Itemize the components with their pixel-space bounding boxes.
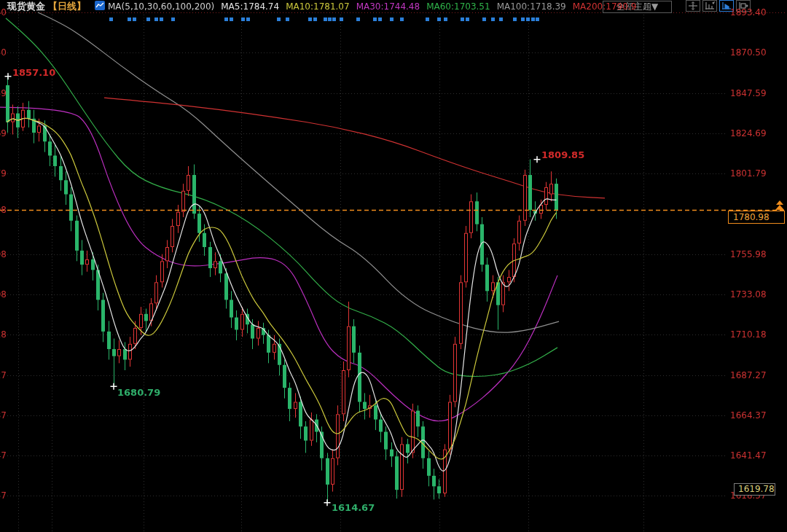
axis-price-label: 1733.08 [730,289,767,300]
axis-price-label-clipped: 1780.98 [0,205,7,215]
kline-icon [95,1,105,12]
axis-price-label-clipped: 1664.37 [0,410,7,420]
axis-price-label: 1824.69 [730,128,767,138]
axis-price-label-clipped: 1870.50 [0,47,7,58]
left-axis-clipped: 1893.401870.501847.591824.691801.791755.… [0,0,7,532]
ma-value-label: MA5:1784.74 [221,1,279,12]
axis-price-label: 1847.59 [730,88,767,98]
axis-price-label: 1710.18 [730,329,767,340]
current-price-box: 1780.98 [728,211,785,224]
price-annotation: 1809.85 [541,149,584,160]
axis-price-label-clipped: 1618.57 [0,490,7,501]
axis-price-label-clipped: 1755.98 [0,249,7,259]
chart-header: 现货黄金 【日线】 MA(5,10,30,60,100,200) MA5:178… [0,0,787,13]
ma-value-label: MA60:1703.51 [426,1,490,12]
ma-value-label: MA10:1781.07 [286,1,350,12]
axis-price-label-clipped: 1710.18 [0,329,7,340]
price-annotation: 1680.79 [117,387,160,398]
ma-value-label: MA30:1744.48 [356,1,420,12]
symbol-name: 现货黄金 [7,0,45,13]
axis-price-label-clipped: 1801.79 [0,168,7,179]
trading-chart-window: 现货黄金 【日线】 MA(5,10,30,60,100,200) MA5:178… [0,0,787,532]
axis-price-label: 1641.47 [730,450,767,461]
axis-price-label-clipped: 1641.47 [0,450,7,461]
axis-price-label-clipped: 1687.27 [0,370,7,380]
axis-price-label: 1870.50 [730,47,767,58]
low-marker-box: 1619.78 [734,483,775,496]
ma-caption: MA(5,10,30,60,100,200) [108,1,214,12]
axis-price-label-clipped: 1847.59 [0,88,7,98]
axis-price-label: 1801.79 [730,168,767,179]
price-annotation: 1857.10 [12,67,55,78]
candlestick-chart-canvas[interactable] [0,0,787,532]
ma-values-group: MA5:1784.74MA10:1781.07MA30:1744.48MA60:… [214,1,636,12]
instrument-title: 现货黄金 【日线】 [7,0,86,13]
ma-value-label: MA200:1790.9 [573,1,637,12]
axis-price-label: 1664.37 [730,410,767,420]
axis-price-label-clipped: 1733.08 [0,289,7,300]
ma-value-label: MA100:1718.39 [497,1,566,12]
axis-price-label: 1755.98 [730,249,767,259]
axis-price-label-clipped: 1824.69 [0,128,7,138]
price-annotation: 1614.67 [332,502,375,513]
period-label: 【日线】 [48,0,86,13]
axis-price-label: 1687.27 [730,370,767,380]
